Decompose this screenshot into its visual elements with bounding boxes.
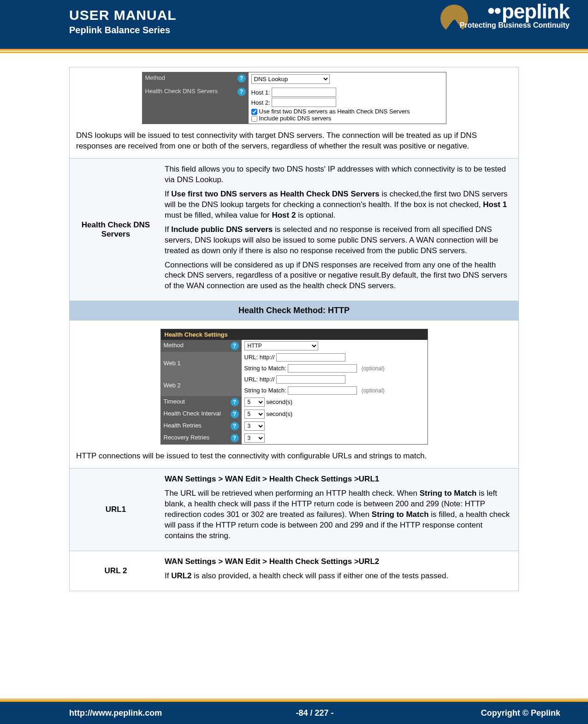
help-icon[interactable]: ? — [231, 422, 239, 430]
health-retries-label: Health Retries? — [161, 420, 242, 432]
footer-url: http://www.peplink.com — [69, 708, 233, 718]
para: If URL2 is also provided, a health check… — [165, 571, 511, 582]
fig-dns-servers-label: Health Check DNS Servers ? — [143, 86, 249, 124]
fig-dns-method-cell: DNS Lookup — [249, 72, 446, 86]
method-select[interactable]: DNS Lookup — [251, 74, 330, 84]
web2-label: Web 2 — [161, 374, 242, 396]
web1-label: Web 1 — [161, 352, 242, 374]
figure-http-title: Health Check Settings — [161, 329, 428, 340]
host2-label: Host 2: — [251, 99, 270, 106]
help-icon[interactable]: ? — [231, 410, 239, 418]
host1-input[interactable] — [272, 88, 336, 97]
page-footer: http://www.peplink.com -84 / 227 - Copyr… — [0, 700, 588, 724]
help-icon[interactable]: ? — [231, 434, 239, 442]
seconds-text: second(s) — [266, 410, 292, 417]
label-text: Method — [145, 74, 165, 81]
timeout-label: Timeout? — [161, 396, 242, 408]
optional-text: (optional) — [362, 365, 385, 372]
row-content: This field allows you to specify two DNS… — [162, 159, 518, 301]
doc-subtitle: Peplink Balance Series — [69, 25, 177, 36]
figure-http: Health Check Settings Method? HTTP Web 1… — [160, 329, 428, 445]
brand-text: peplink — [502, 0, 570, 23]
health-retries-select[interactable]: 3 — [244, 421, 265, 431]
help-icon[interactable]: ? — [231, 398, 239, 406]
fig-dns-method-label: Method ? — [143, 72, 249, 86]
help-icon[interactable]: ? — [231, 342, 239, 350]
http-method-label: Method? — [161, 340, 242, 352]
web1-string-input[interactable] — [288, 364, 357, 373]
web1-url-input[interactable] — [276, 353, 345, 362]
fig-dns-servers-cell: Host 1: Host 2: Use first two DNS server… — [249, 86, 446, 124]
use-first-two-checkbox[interactable] — [251, 109, 257, 115]
http-caption: HTTP connections will be issued to test … — [76, 451, 512, 462]
web2-string-input[interactable] — [288, 386, 357, 395]
row-url2: URL 2 WAN Settings > WAN Edit > Health C… — [70, 551, 518, 591]
para: This field allows you to specify two DNS… — [165, 164, 511, 185]
string-label: String to Match: — [244, 365, 286, 372]
row-label: URL1 — [70, 469, 162, 551]
brand-logo: ••peplink Protecting Business Continuity — [460, 0, 570, 30]
brand-tagline: Protecting Business Continuity — [460, 21, 570, 30]
row-label: URL 2 — [70, 551, 162, 591]
para: The URL will be retrieved when performin… — [165, 488, 511, 541]
row-url1: URL1 WAN Settings > WAN Edit > Health Ch… — [70, 468, 518, 551]
help-icon[interactable]: ? — [238, 74, 246, 83]
label-text: Health Check DNS Servers — [145, 88, 218, 95]
string-label: String to Match: — [244, 387, 286, 394]
dns-caption: DNS lookups will be issued to test conne… — [76, 131, 512, 152]
help-icon[interactable]: ? — [238, 88, 246, 96]
seconds-text: second(s) — [266, 398, 292, 405]
breadcrumb-path: WAN Settings > WAN Edit > Health Check S… — [165, 557, 511, 567]
cb2-label: Include public DNS servers — [259, 115, 332, 122]
url-prefix: URL: http:// — [244, 376, 275, 383]
row-content: WAN Settings > WAN Edit > Health Check S… — [162, 551, 518, 591]
timeout-select[interactable]: 5 — [244, 398, 265, 407]
http-method-select[interactable]: HTTP — [244, 341, 318, 350]
para: If Use first two DNS servers as Health C… — [165, 189, 511, 221]
row-content: WAN Settings > WAN Edit > Health Check S… — [162, 469, 518, 551]
row-label: Health Check DNS Servers — [70, 159, 162, 301]
include-public-checkbox[interactable] — [251, 116, 257, 122]
breadcrumb-path: WAN Settings > WAN Edit > Health Check S… — [165, 474, 511, 485]
figure-dns-lookup: Method ? DNS Lookup Health Check DNS Ser… — [142, 72, 446, 124]
header-divider — [0, 52, 588, 53]
para: Connections will be considered as up if … — [165, 260, 511, 292]
interval-select[interactable]: 5 — [244, 409, 265, 419]
cb1-label: Use first two DNS servers as Health Chec… — [259, 108, 410, 115]
footer-copyright: Copyright © Peplink — [397, 708, 560, 718]
recovery-retries-label: Recovery Retries? — [161, 432, 242, 444]
content-frame: Method ? DNS Lookup Health Check DNS Ser… — [69, 67, 519, 591]
section-health-check-http: Health Check Method: HTTP — [70, 301, 518, 320]
interval-label: Health Check Interval? — [161, 408, 242, 420]
footer-page-number: -84 / 227 - — [233, 708, 397, 718]
optional-text: (optional) — [362, 387, 385, 394]
url-prefix: URL: http:// — [244, 354, 275, 361]
host2-input[interactable] — [272, 98, 336, 107]
doc-title: USER MANUAL — [69, 7, 177, 23]
recovery-retries-select[interactable]: 3 — [244, 433, 265, 443]
para: If Include public DNS servers is selecte… — [165, 225, 511, 256]
page-header: USER MANUAL Peplink Balance Series ••pep… — [0, 0, 588, 51]
figure-http-wrapper: Health Check Settings Method? HTTP Web 1… — [70, 320, 518, 462]
row-health-check-dns-servers: Health Check DNS Servers This field allo… — [70, 158, 518, 301]
web2-url-input[interactable] — [276, 375, 345, 384]
host1-label: Host 1: — [251, 89, 270, 96]
